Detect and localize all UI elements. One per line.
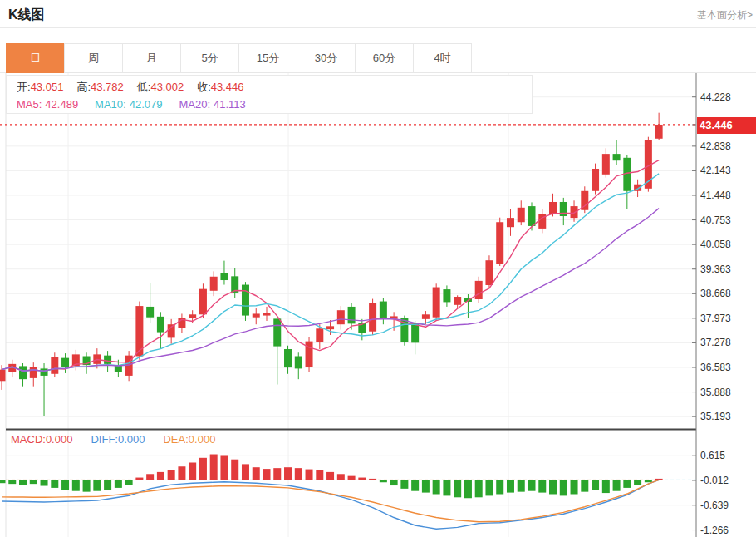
ma5-line <box>2 160 659 372</box>
y-axis-tick-label: 37.973 <box>700 312 754 325</box>
y-axis-tick-label: 40.058 <box>700 238 754 251</box>
ohlc-value: 43.446 <box>211 81 244 93</box>
y-axis-tick-label: 42.143 <box>700 164 754 177</box>
tab-月[interactable]: 月 <box>122 43 181 73</box>
ohlc-label: 开: <box>17 81 31 93</box>
y-axis-tick-label: 0.615 <box>700 449 754 462</box>
y-axis-tick-label: 37.278 <box>700 336 754 349</box>
macd-values-row: MACD:0.000DIFF:0.000DEA:0.000 <box>11 433 233 446</box>
ma-label: MA20: <box>179 98 210 111</box>
tab-15分[interactable]: 15分 <box>238 43 297 73</box>
ma-label: MA10: <box>95 98 126 111</box>
ohlc-label: 低: <box>137 81 151 93</box>
ohlc-row: 开:43.051高:43.782低:43.002收:43.446 <box>17 78 532 96</box>
y-axis-tick-label: 40.753 <box>700 214 754 227</box>
ma-value: 42.079 <box>130 98 163 111</box>
current-price-tag: 43.446 <box>697 117 756 134</box>
tab-30分[interactable]: 30分 <box>297 43 356 73</box>
candles <box>0 113 663 416</box>
macd-histogram <box>0 455 663 499</box>
grid-lines <box>6 73 696 537</box>
y-axis-tick-label: -1.266 <box>700 524 754 537</box>
y-axis-tick-label: -0.012 <box>700 474 754 487</box>
macd-indicator-value: 0.000 <box>118 433 145 446</box>
macd-indicator-label: DEA: <box>163 433 188 446</box>
ohlc-summary-box: 开:43.051高:43.782低:43.002收:43.446 MA5:42.… <box>6 75 533 114</box>
kline-app: K线图 基本面分析> 日周月5分15分30分60分4时 开:43.051高:43… <box>0 0 756 537</box>
ma-row: MA5:42.489MA10:42.079MA20:41.113 <box>17 96 532 113</box>
ohlc-label: 收: <box>197 81 211 93</box>
tab-5分[interactable]: 5分 <box>180 43 239 73</box>
ma-value: 41.113 <box>214 98 246 111</box>
tab-60分[interactable]: 60分 <box>355 43 414 73</box>
macd-indicator-label: DIFF: <box>91 433 118 446</box>
ohlc-value: 43.002 <box>150 81 184 93</box>
y-axis-tick-label: 38.668 <box>700 287 754 300</box>
y-axis-tick-label: 35.193 <box>700 410 754 423</box>
y-axis-tick-label: 44.228 <box>700 91 754 104</box>
tab-周[interactable]: 周 <box>64 43 123 73</box>
y-axis-tick-label: -0.639 <box>700 499 754 512</box>
y-axis-tick-label: 39.363 <box>700 263 754 276</box>
y-axis-tick-label: 41.448 <box>700 189 754 202</box>
ma-value: 42.489 <box>45 98 78 111</box>
timeframe-tabs: 日周月5分15分30分60分4时 <box>7 43 472 73</box>
macd-indicator-value: 0.000 <box>46 433 73 446</box>
macd-indicator-value: 0.000 <box>189 433 216 446</box>
tab-日[interactable]: 日 <box>6 43 65 73</box>
y-axis <box>692 73 696 537</box>
macd-indicator-label: MACD: <box>11 433 46 446</box>
ohlc-value: 43.051 <box>31 81 64 93</box>
ohlc-label: 高: <box>76 81 91 93</box>
ma-label: MA5: <box>17 98 42 111</box>
y-axis-tick-label: 36.583 <box>700 361 754 374</box>
y-axis-tick-label: 35.888 <box>700 386 754 399</box>
y-axis-tick-label: 42.838 <box>700 140 754 153</box>
tab-4时[interactable]: 4时 <box>413 43 472 73</box>
ohlc-value: 43.782 <box>91 81 124 93</box>
